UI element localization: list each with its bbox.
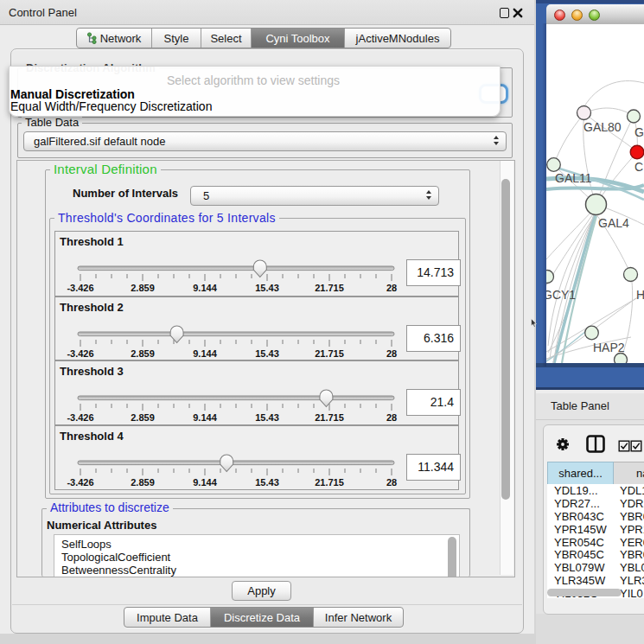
svg-text:GAL80: GAL80	[583, 120, 622, 134]
svg-text:21.715: 21.715	[315, 412, 344, 423]
svg-text:C: C	[634, 160, 643, 174]
svg-text:9.144: 9.144	[193, 412, 217, 423]
svg-text:9.144: 9.144	[193, 283, 217, 293]
svg-text:9.144: 9.144	[193, 477, 217, 488]
svg-text:2.859: 2.859	[131, 348, 155, 359]
svg-text:GA: GA	[634, 125, 644, 139]
svg-text:9.144: 9.144	[193, 348, 217, 359]
svg-text:2.859: 2.859	[131, 477, 155, 488]
svg-text:GCY1: GCY1	[546, 288, 576, 302]
svg-text:15.43: 15.43	[255, 348, 279, 359]
svg-text:GAL11: GAL11	[555, 171, 592, 185]
svg-text:28: 28	[386, 348, 397, 359]
svg-text:-3.426: -3.426	[67, 283, 93, 293]
svg-text:GAL4: GAL4	[598, 216, 629, 230]
svg-text:21.715: 21.715	[315, 348, 344, 359]
svg-text:15.43: 15.43	[255, 283, 279, 293]
svg-text:H: H	[636, 288, 644, 302]
svg-text:HAP2: HAP2	[593, 341, 625, 354]
svg-text:28: 28	[386, 283, 397, 293]
svg-text:21.715: 21.715	[315, 283, 344, 293]
svg-text:21.715: 21.715	[315, 477, 344, 488]
svg-text:15.43: 15.43	[255, 412, 279, 423]
svg-text:-3.426: -3.426	[67, 412, 93, 423]
svg-text:28: 28	[386, 477, 397, 488]
svg-text:-3.426: -3.426	[67, 348, 93, 359]
svg-text:2.859: 2.859	[131, 283, 155, 293]
svg-text:-3.426: -3.426	[67, 477, 93, 488]
svg-text:28: 28	[386, 412, 397, 423]
svg-text:2.859: 2.859	[131, 412, 155, 423]
svg-text:15.43: 15.43	[255, 477, 279, 488]
